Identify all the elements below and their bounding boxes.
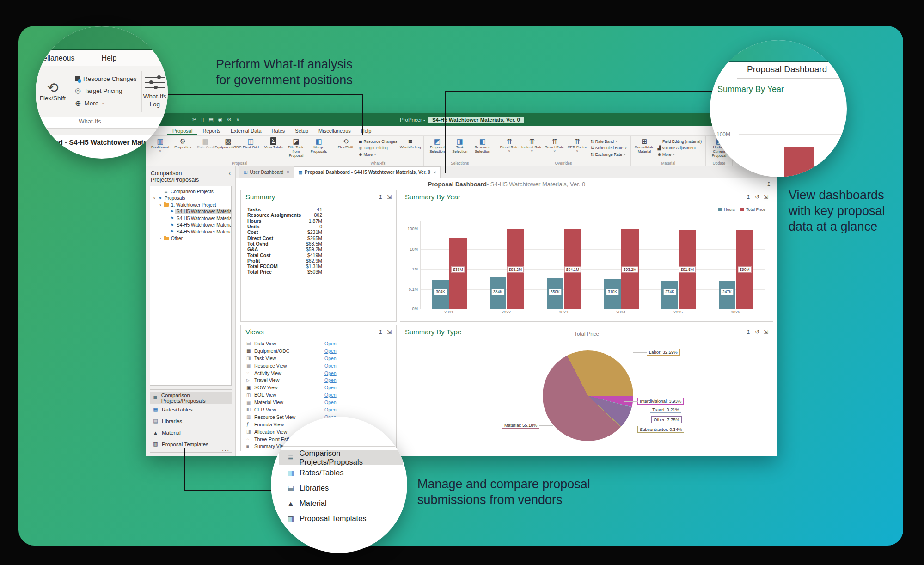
scheduled-rate-button[interactable]: ⇅Scheduled Rate∨ <box>590 146 627 150</box>
tree-item-1-watchtower-project[interactable]: ∨1. Watchtower Project <box>150 202 231 209</box>
what-ifs-log-button[interactable]: ≡What-Ifs Log <box>399 137 421 149</box>
find-icon[interactable]: ◉ <box>218 117 223 123</box>
material-view-icon: ▦ <box>246 400 254 405</box>
expand-icon[interactable]: ⇲ <box>764 194 768 200</box>
expand-icon[interactable]: ⇲ <box>387 194 392 200</box>
stat-label: Resource Assignments <box>247 212 314 218</box>
sidebar-item-comparison-projects-proposals[interactable]: ≣Comparison Projects/Proposals <box>150 392 232 404</box>
tree-item-comparison-projects[interactable]: ≣Comparison Projects <box>150 188 231 195</box>
button-label: Rate Card <box>197 145 214 149</box>
connector-line <box>362 94 363 135</box>
tree-item-s4-h5-watchtower-materials-ver-3[interactable]: ⚑S4-H5 Watchtower Materials, Ver. 3 <box>150 228 231 235</box>
stat-row-hours: Hours1.87M <box>247 218 322 224</box>
sliders-icon <box>145 75 165 90</box>
main-area: ◫User Dashboard×▥Proposal Dashboard - S4… <box>236 166 777 456</box>
open-link[interactable]: Open <box>324 385 337 390</box>
window-body: Comparison Projects/Proposals ‹ ≣Compari… <box>146 166 777 456</box>
tree-item-label: S4-H5 Watchtower Materials, Ver. 3 <box>175 229 232 234</box>
quick-access-toolbar: ✂▯▤◉⊘∨ <box>192 117 240 123</box>
sidebar-item-libraries[interactable]: ▤Libraries <box>150 415 232 427</box>
cut-icon[interactable]: ✂ <box>192 117 196 123</box>
open-link[interactable]: Open <box>324 392 337 398</box>
bar-group-2025: 274K$91.5M <box>650 221 707 309</box>
direct-rate-button[interactable]: ⇈Direct Rate∨ <box>498 137 520 153</box>
cancel-icon[interactable]: ⊘ <box>227 117 231 123</box>
tree-item-s4-h5-watchtower-materials-ver-1[interactable]: ⚑S4-H5 Watchtower Materials, Ver. 1 <box>150 215 231 222</box>
view-row-data-view: ▤Data ViewOpen <box>241 340 396 347</box>
consolidate-material-button[interactable]: ⊞Consolidate Material <box>633 137 655 154</box>
open-link[interactable]: Open <box>324 399 337 405</box>
travel-rate-button[interactable]: ⇈Travel Rate∨ <box>544 137 565 153</box>
resource-changes-button[interactable]: ◼Resource Changes <box>359 139 397 144</box>
share-icon[interactable]: ↥ <box>378 194 383 200</box>
ribbon-tab-setup[interactable]: Setup <box>290 127 313 135</box>
merge-proposals-button[interactable]: ◧Merge Proposals <box>308 137 330 154</box>
resource-selection-button[interactable]: ◧Resource Selection <box>471 137 493 154</box>
expand-icon[interactable]: ⇲ <box>387 329 392 335</box>
bar-group-2024: 310K$93.2M <box>593 221 650 309</box>
tree-item-label: Other <box>170 236 184 241</box>
tree-item-s4-h5-watchtower-materials-ver-2[interactable]: ⚑S4-H5 Watchtower Materials, Ver. 2 <box>150 222 231 229</box>
view-label: Equipment/ODC <box>254 348 324 354</box>
exchange-rate-button[interactable]: ⇅Exchange Rate∨ <box>590 152 627 157</box>
tree-item-other[interactable]: ›Other <box>150 235 231 242</box>
connector-line <box>445 91 446 173</box>
ribbon-tab-reports[interactable]: Reports <box>197 127 226 135</box>
paste-icon[interactable]: ▤ <box>208 117 213 123</box>
tree-item-s4-h5-watchtower-materials-ver-0[interactable]: ⚑S4-H5 Watchtower Materials, Ver. 0 <box>150 209 231 215</box>
bar-hours-2026[interactable] <box>719 281 735 309</box>
more-button[interactable]: ⊕More∨ <box>359 152 397 157</box>
sidebar-item-proposal-templates[interactable]: ▥Proposal Templates <box>150 438 232 450</box>
doc-tab-user-dashboard[interactable]: ◫User Dashboard× <box>239 166 294 178</box>
ribbon-tab-rates[interactable]: Rates <box>267 127 290 135</box>
new-icon[interactable]: ▯ <box>201 117 204 123</box>
button-label: Properties <box>174 145 191 149</box>
indirect-rate-button[interactable]: ⇈Indirect Rate∨ <box>521 137 543 153</box>
sidebar-item-material[interactable]: ▲Material <box>150 427 232 438</box>
pivot-grid-button[interactable]: ◫Pivot Grid <box>240 137 262 149</box>
flex-shift-button[interactable]: ⟲Flex/Shift <box>335 137 356 149</box>
volume-adjustment-button[interactable]: ▟Volume Adjustment <box>657 146 702 150</box>
tree-item-proposals[interactable]: ∨⚑Proposals <box>150 195 231 202</box>
view-totals-button[interactable]: ΣView Totals <box>263 137 284 149</box>
collapse-icon[interactable]: ‹ <box>229 170 231 183</box>
annotation-line: data at a glance <box>789 219 885 234</box>
panel-header-icons: ↥⇲ <box>378 194 392 200</box>
properties-button[interactable]: ⚙Properties <box>172 137 194 149</box>
ribbon-tab-help[interactable]: Help <box>356 127 377 135</box>
open-link[interactable]: Open <box>324 407 337 412</box>
more-button[interactable]: ⊕More∨ <box>657 152 702 157</box>
open-link[interactable]: Open <box>324 363 337 368</box>
share-icon[interactable]: ↥ <box>378 329 383 335</box>
bar-total-price-2021[interactable] <box>449 238 467 309</box>
rate-band-button[interactable]: ⇅Rate Band∨ <box>590 139 627 144</box>
title-table-from-proposal-button[interactable]: ◪Title Table from Proposal <box>285 137 307 158</box>
field-editing-material-button[interactable]: ⁘Field Editing (material) <box>657 139 702 144</box>
doc-tab-proposal-dashboard[interactable]: ▥Proposal Dashboard - S4-H5 Watchtower M… <box>294 166 441 178</box>
close-icon[interactable]: × <box>287 170 289 174</box>
stat-value: $62.9M <box>306 258 322 264</box>
menu-caret-icon[interactable]: ∨ <box>236 117 240 123</box>
ribbon-tab-miscellaneous[interactable]: Miscellaneous <box>313 127 356 135</box>
button-label: Pivot Grid <box>243 145 259 149</box>
chevron-down-icon: ∨ <box>624 153 626 156</box>
dashboard-button[interactable]: ▥Dashboard∨ <box>149 137 171 153</box>
target-pricing-button[interactable]: ◎Target Pricing <box>359 146 397 150</box>
cer-factor-button[interactable]: ⇈CER Factor∨ <box>566 137 588 153</box>
task-selection-button[interactable]: ◨Task Selection <box>449 137 471 154</box>
equipment-odc-button[interactable]: ▩Equipment/ODC <box>217 137 239 149</box>
share-icon[interactable]: ↥ <box>746 194 751 200</box>
open-link[interactable]: Open <box>324 348 337 354</box>
open-link[interactable]: Open <box>324 356 337 361</box>
share-icon[interactable]: ↥ <box>766 181 771 187</box>
sidebar-overflow-button[interactable]: ... <box>222 445 230 452</box>
ribbon-tab-external-data[interactable]: External Data <box>226 127 267 135</box>
open-link[interactable]: Open <box>324 377 337 383</box>
flag-icon: ⚑ <box>169 209 175 214</box>
close-icon[interactable]: × <box>434 170 436 175</box>
sidebar-item-rates-tables[interactable]: ▦Rates/Tables <box>150 404 232 415</box>
undo-icon[interactable]: ↺ <box>755 194 759 200</box>
ribbon-tab-proposal[interactable]: Proposal <box>167 127 197 135</box>
open-link[interactable]: Open <box>324 370 337 376</box>
open-link[interactable]: Open <box>324 341 337 346</box>
